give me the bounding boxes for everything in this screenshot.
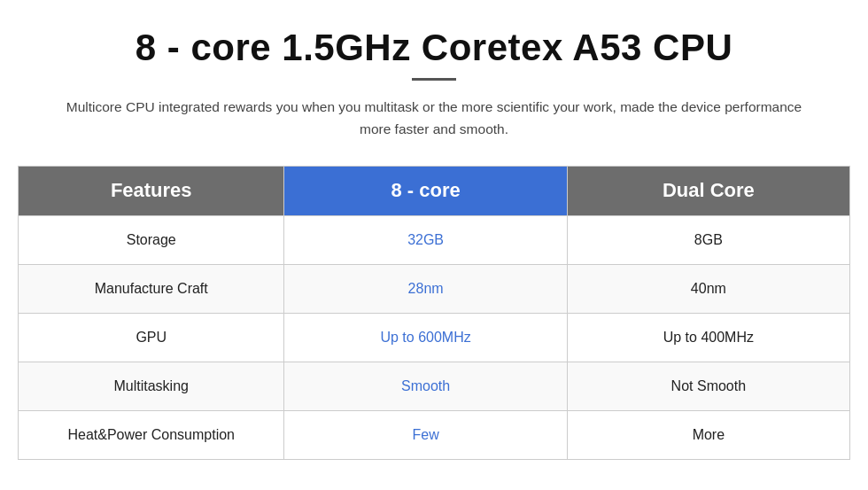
cell-feature: Multitasking bbox=[19, 362, 284, 410]
cell-dualcore-value: 40nm bbox=[567, 264, 849, 313]
table-row: Heat&Power ConsumptionFewMore bbox=[19, 410, 850, 459]
cell-dualcore-value: More bbox=[567, 410, 849, 459]
cell-dualcore-value: 8GB bbox=[567, 215, 849, 264]
cell-8core-value: Smooth bbox=[284, 362, 567, 410]
cell-feature: Storage bbox=[19, 215, 284, 264]
cell-8core-value: 28nm bbox=[284, 264, 567, 313]
cell-feature: Heat&Power Consumption bbox=[19, 410, 284, 459]
title-divider bbox=[412, 78, 456, 81]
cell-dualcore-value: Up to 400MHz bbox=[567, 313, 849, 362]
table-header-row: Features 8 - core Dual Core bbox=[19, 166, 850, 215]
cell-8core-value: 32GB bbox=[284, 215, 567, 264]
col-header-dualcore: Dual Core bbox=[567, 166, 849, 215]
page-title: 8 - core 1.5GHz Coretex A53 CPU bbox=[18, 27, 850, 69]
table-row: GPUUp to 600MHzUp to 400MHz bbox=[19, 313, 850, 362]
cell-8core-value: Few bbox=[284, 410, 567, 459]
page-subtitle: Multicore CPU integrated rewards you whe… bbox=[53, 97, 815, 141]
cell-feature: Manufacture Craft bbox=[19, 264, 284, 313]
cell-dualcore-value: Not Smooth bbox=[567, 362, 849, 410]
cell-feature: GPU bbox=[19, 313, 284, 362]
table-row: Storage32GB8GB bbox=[19, 215, 850, 264]
page-container: 8 - core 1.5GHz Coretex A53 CPU Multicor… bbox=[0, 0, 868, 490]
col-header-features: Features bbox=[19, 166, 284, 215]
cell-8core-value: Up to 600MHz bbox=[284, 313, 567, 362]
col-header-8core: 8 - core bbox=[284, 166, 567, 215]
comparison-table: Features 8 - core Dual Core Storage32GB8… bbox=[18, 166, 850, 460]
table-row: Manufacture Craft28nm40nm bbox=[19, 264, 850, 313]
table-row: MultitaskingSmoothNot Smooth bbox=[19, 362, 850, 410]
